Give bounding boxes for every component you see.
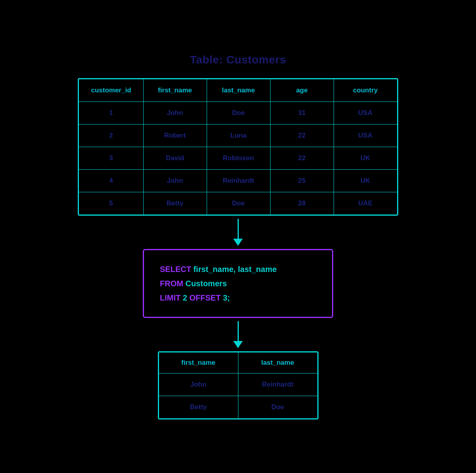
table-cell: Robinson: [207, 147, 270, 170]
arrow-2: [233, 321, 243, 348]
table-cell: 4: [79, 170, 143, 192]
sql-from-keyword: FROM: [160, 279, 183, 288]
table-cell: David: [143, 147, 207, 170]
sql-limit-keyword: LIMIT: [160, 293, 180, 302]
table-cell: 5: [79, 192, 143, 215]
table-cell: 1: [79, 102, 143, 124]
table-row: 4JohnReinhardt25UK: [79, 170, 397, 192]
result-table-cell: Betty: [159, 396, 238, 419]
result-table-wrapper: first_name last_name JohnReinhardtBettyD…: [158, 351, 319, 419]
col-customer-id: customer_id: [79, 79, 143, 102]
sql-from-text: Customers: [183, 279, 227, 288]
table-cell: Robert: [143, 124, 207, 147]
table-row: 5BettyDoe28UAE: [79, 192, 397, 215]
result-table-cell: Reinhardt: [238, 373, 317, 396]
result-table-cell: John: [159, 373, 238, 396]
table-row: 3DavidRobinson22UK: [79, 147, 397, 170]
table-cell: Luna: [207, 124, 270, 147]
arrow-1-head: [233, 239, 243, 246]
table-cell: John: [143, 170, 207, 192]
table-cell: UK: [334, 170, 397, 192]
sql-select-text: first_name, last_name: [191, 265, 277, 274]
table-cell: USA: [334, 102, 397, 124]
page-title: Table: Customers: [190, 54, 286, 66]
main-table: customer_id first_name last_name age cou…: [79, 79, 397, 215]
table-cell: 3: [79, 147, 143, 170]
table-row: 2RobertLuna22USA: [79, 124, 397, 147]
table-cell: 28: [270, 192, 334, 215]
table-cell: John: [143, 102, 207, 124]
table-cell: 22: [270, 124, 334, 147]
col-age: age: [270, 79, 334, 102]
table-cell: Reinhardt: [207, 170, 270, 192]
table-cell: UAE: [334, 192, 397, 215]
result-table-header-row: first_name last_name: [159, 352, 317, 373]
result-col-first-name: first_name: [159, 352, 238, 373]
sql-box: SELECT first_name, last_name FROM Custom…: [143, 249, 333, 318]
table-cell: UK: [334, 147, 397, 170]
table-cell: 31: [270, 102, 334, 124]
arrow-2-line: [238, 321, 239, 341]
table-cell: 25: [270, 170, 334, 192]
col-first-name: first_name: [143, 79, 207, 102]
result-table-row: BettyDoe: [159, 396, 317, 419]
sql-select-keyword: SELECT: [160, 265, 191, 274]
main-table-header-row: customer_id first_name last_name age cou…: [79, 79, 397, 102]
table-cell: 22: [270, 147, 334, 170]
sql-offset-text: 3;: [221, 293, 230, 302]
table-cell: Doe: [207, 102, 270, 124]
col-country: country: [334, 79, 397, 102]
arrow-1-line: [238, 219, 239, 239]
main-table-wrapper: customer_id first_name last_name age cou…: [78, 78, 398, 216]
sql-line-2: FROM Customers: [160, 277, 316, 290]
table-cell: Betty: [143, 192, 207, 215]
sql-line-1: SELECT first_name, last_name: [160, 263, 316, 276]
arrow-2-head: [233, 341, 243, 348]
table-cell: Doe: [207, 192, 270, 215]
result-table-cell: Doe: [238, 396, 317, 419]
table-cell: USA: [334, 124, 397, 147]
sql-line-3: LIMIT 2 OFFSET 3;: [160, 291, 316, 304]
table-row: 1JohnDoe31USA: [79, 102, 397, 124]
sql-limit-text: 2: [180, 293, 189, 302]
arrow-1: [233, 219, 243, 246]
diagram-container: Table: Customers customer_id first_name …: [62, 38, 414, 435]
table-cell: 2: [79, 124, 143, 147]
result-table-row: JohnReinhardt: [159, 373, 317, 396]
col-last-name: last_name: [207, 79, 270, 102]
sql-offset-keyword: OFFSET: [189, 293, 221, 302]
result-col-last-name: last_name: [238, 352, 317, 373]
result-table: first_name last_name JohnReinhardtBettyD…: [159, 352, 318, 419]
